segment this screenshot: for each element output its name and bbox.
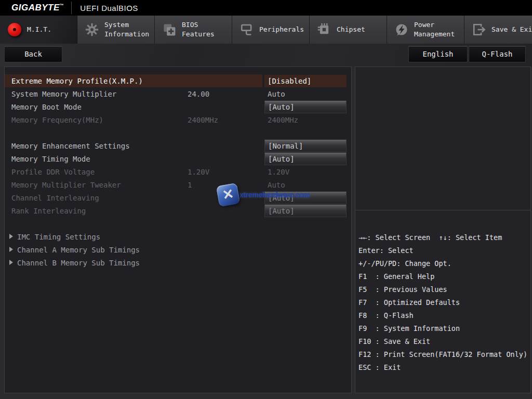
titlebar-divider (71, 2, 72, 14)
setting-label: Profile DDR Voltage (5, 168, 95, 176)
key-help-list: →←: Select Screen ↑↓: Select ItemEnter: … (358, 231, 529, 374)
setting-current-value: 2400MHz (188, 116, 218, 124)
bios-screen: GIGABYTE™ UEFI DualBIOS M.I.T.System Inf… (0, 0, 532, 399)
setting-current-value: 1 (188, 181, 192, 189)
setting-row[interactable]: Channel Interleaving[Auto] (5, 191, 351, 204)
submenu-row[interactable]: Channel B Memory Sub Timings (5, 256, 351, 269)
tab-system-information[interactable]: System Information (77, 16, 155, 44)
key-help-line: F7 : Optimized Defaults (358, 296, 529, 309)
tab-save-exit[interactable]: Save & Exit (464, 16, 532, 44)
tab-peripherals[interactable]: Peripherals (232, 16, 310, 44)
qflash-button[interactable]: Q-Flash (469, 46, 526, 62)
gear-icon (85, 22, 99, 37)
setting-label-cell: Memory Frequency(MHz)2400MHz (5, 113, 262, 126)
language-button[interactable]: English (408, 46, 468, 62)
setting-label: Memory Boot Mode (5, 103, 82, 111)
setting-row[interactable]: Rank Interleaving[Auto] (5, 204, 351, 217)
setting-label-cell: System Memory Multiplier24.00 (5, 87, 262, 100)
setting-value-field[interactable]: [Auto] (264, 153, 347, 165)
tab-label: M.I.T. (27, 25, 77, 34)
tab-chipset[interactable]: Chipset (310, 16, 387, 44)
help-panel-divider (355, 210, 530, 210)
setting-value-field[interactable]: [Normal] (264, 140, 347, 152)
key-help-line: F10 : Save & Exit (358, 335, 529, 348)
setting-label: Extreme Memory Profile(X.M.P.) (5, 77, 143, 85)
peripheral-icon (240, 22, 254, 37)
key-help-line: →←: Select Screen ↑↓: Select Item (358, 231, 529, 244)
setting-row[interactable]: Memory Frequency(MHz)2400MHz2400MHz (5, 113, 351, 126)
tab-label: Peripherals (259, 25, 309, 34)
key-help-line: ESC : Exit (358, 361, 529, 374)
tab-bar: M.I.T.System InformationBIOS FeaturesPer… (0, 16, 532, 44)
submenu-label-cell: Channel B Memory Sub Timings (5, 256, 262, 269)
tab-label: Save & Exit (491, 25, 532, 34)
key-help-line: F8 : Q-Flash (358, 309, 529, 322)
setting-row[interactable]: Memory Multiplier Tweaker1Auto (5, 178, 351, 191)
submenu-label-cell: Channel A Memory Sub Timings (5, 243, 262, 256)
submenu-row[interactable]: IMC Timing Settings (5, 230, 351, 243)
setting-value-field[interactable]: [Auto] (264, 101, 347, 113)
submenu-row[interactable]: Channel A Memory Sub Timings (5, 243, 351, 256)
chipset-icon (317, 22, 331, 37)
gigabyte-logo: GIGABYTE™ (11, 3, 64, 13)
setting-label-cell: Memory Boot Mode (5, 100, 262, 113)
setting-label-cell: Memory Timing Mode (5, 152, 262, 165)
submenu-label-cell: IMC Timing Settings (5, 230, 262, 243)
setting-label-cell: Profile DDR Voltage1.20V (5, 165, 262, 178)
firmware-title: UEFI DualBIOS (80, 4, 138, 12)
setting-label: Memory Frequency(MHz) (5, 116, 103, 124)
title-bar: GIGABYTE™ UEFI DualBIOS (0, 0, 532, 16)
setting-row[interactable]: System Memory Multiplier24.00Auto (5, 87, 351, 100)
back-button[interactable]: Back (4, 46, 62, 62)
tab-label: BIOS Features (182, 20, 232, 38)
trademark-symbol: ™ (60, 3, 64, 8)
submenu-label: Channel B Memory Sub Timings (5, 259, 140, 267)
setting-label: Channel Interleaving (5, 194, 99, 202)
row-spacer (5, 126, 351, 139)
setting-row[interactable]: Extreme Memory Profile(X.M.P.)[Disabled] (5, 74, 351, 87)
setting-row[interactable]: Profile DDR Voltage1.20V1.20V (5, 165, 351, 178)
setting-value: 1.20V (264, 166, 347, 178)
settings-panel: Extreme Memory Profile(X.M.P.)[Disabled]… (4, 66, 352, 393)
tab-power-management[interactable]: Power Management (387, 16, 464, 44)
setting-value-field[interactable]: [Auto] (264, 205, 347, 217)
setting-label-cell: Memory Multiplier Tweaker1 (5, 178, 262, 191)
tab-label: System Information (104, 20, 154, 38)
setting-current-value: 24.00 (188, 90, 209, 98)
setting-value[interactable]: [Disabled] (264, 75, 347, 87)
key-help-line: F9 : System Information (358, 322, 529, 335)
key-help-line: +/-/PU/PD: Change Opt. (358, 257, 529, 270)
submenu-label: Channel A Memory Sub Timings (5, 246, 140, 254)
lightning-icon (394, 22, 409, 37)
setting-row[interactable]: Memory Enhancement Settings[Normal] (5, 139, 351, 152)
tab-label: Power Management (414, 20, 464, 38)
setting-label: Memory Timing Mode (5, 155, 90, 163)
key-help-line: F5 : Previous Values (358, 283, 529, 296)
tab-label: Chipset (337, 25, 387, 34)
setting-value-field[interactable]: [Auto] (264, 192, 347, 204)
setting-label: Rank Interleaving (5, 207, 86, 215)
bios-chip-icon (162, 22, 177, 37)
tab-m-i-t[interactable]: M.I.T. (0, 16, 77, 44)
setting-row[interactable]: Memory Timing Mode[Auto] (5, 152, 351, 165)
row-spacer (5, 217, 351, 230)
setting-label-cell: Channel Interleaving (5, 191, 262, 204)
submenu-label: IMC Timing Settings (5, 233, 100, 241)
key-help-line: F12 : Print Screen(FAT16/32 Format Only) (358, 348, 529, 361)
setting-value: 2400MHz (264, 114, 347, 126)
mit-disc-icon (7, 22, 22, 37)
setting-current-value: 1.20V (188, 168, 209, 176)
setting-label-cell: Memory Enhancement Settings (5, 139, 262, 152)
setting-value: Auto (264, 179, 347, 191)
setting-row[interactable]: Memory Boot Mode[Auto] (5, 100, 351, 113)
secondary-toolbar: Back English Q-Flash (0, 44, 532, 66)
key-help-line: F1 : General Help (358, 270, 529, 283)
exit-door-icon (472, 22, 486, 37)
tab-bios-features[interactable]: BIOS Features (155, 16, 232, 44)
setting-label-cell: Rank Interleaving (5, 204, 262, 217)
help-panel: →←: Select Screen ↑↓: Select ItemEnter: … (355, 66, 531, 393)
key-help-line: Enter: Select (358, 244, 529, 257)
setting-label: Memory Multiplier Tweaker (5, 181, 121, 189)
setting-value: Auto (264, 88, 347, 100)
setting-label: Memory Enhancement Settings (5, 142, 130, 150)
